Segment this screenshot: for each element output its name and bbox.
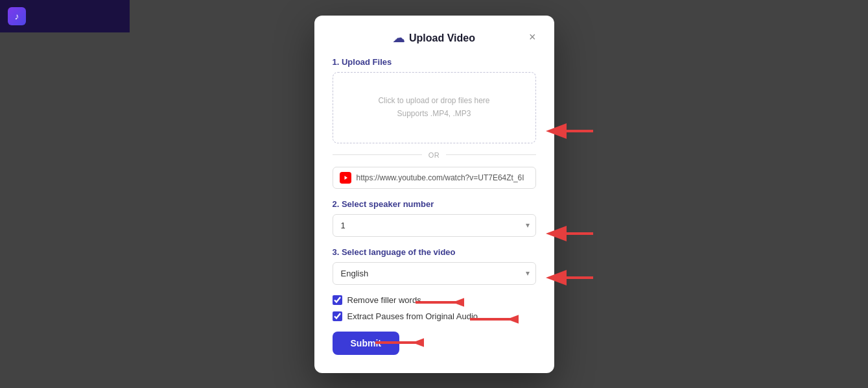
upload-hint: Click to upload or drop files here Suppo… xyxy=(378,95,489,119)
extract-pauses-label[interactable]: Extract Pauses from Original Audio xyxy=(347,311,478,321)
language-section-label: 3. Select language of the video xyxy=(333,247,536,257)
modal-title: ☁ Upload Video xyxy=(393,31,475,45)
upload-section-label: 1. Upload Files xyxy=(333,57,536,67)
or-line-left xyxy=(333,154,422,155)
or-text: OR xyxy=(428,151,440,159)
filler-words-checkbox[interactable] xyxy=(333,295,342,305)
modal-header: ☁ Upload Video × xyxy=(333,31,536,45)
modal-close-button[interactable]: × xyxy=(529,31,536,43)
speaker-section-label: 2. Select speaker number xyxy=(333,199,536,209)
speaker-select[interactable]: 1 2 3 4 5 xyxy=(333,214,536,237)
modal-backdrop: ☁ Upload Video × 1. Upload Files Click t… xyxy=(0,0,868,388)
filler-words-row: Remove filler words xyxy=(333,295,536,305)
upload-video-modal: ☁ Upload Video × 1. Upload Files Click t… xyxy=(314,16,554,373)
upload-drop-zone[interactable]: Click to upload or drop files here Suppo… xyxy=(333,72,536,143)
upload-cloud-icon: ☁ xyxy=(393,31,405,45)
language-select-wrapper: English Spanish French German Chinese Ja… xyxy=(333,262,536,285)
filler-words-label[interactable]: Remove filler words xyxy=(347,295,421,305)
speaker-select-wrapper: 1 2 3 4 5 ▾ xyxy=(333,214,536,237)
submit-button[interactable]: Submit xyxy=(333,332,399,355)
or-line-right xyxy=(446,154,535,155)
extract-pauses-checkbox[interactable] xyxy=(333,311,342,321)
youtube-icon xyxy=(340,172,351,184)
youtube-url-input[interactable] xyxy=(357,173,529,182)
language-select[interactable]: English Spanish French German Chinese Ja… xyxy=(333,262,536,285)
youtube-input-row xyxy=(333,167,536,189)
or-divider: OR xyxy=(333,151,536,159)
extract-pauses-row: Extract Pauses from Original Audio xyxy=(333,311,536,321)
modal-title-text: Upload Video xyxy=(409,32,475,44)
